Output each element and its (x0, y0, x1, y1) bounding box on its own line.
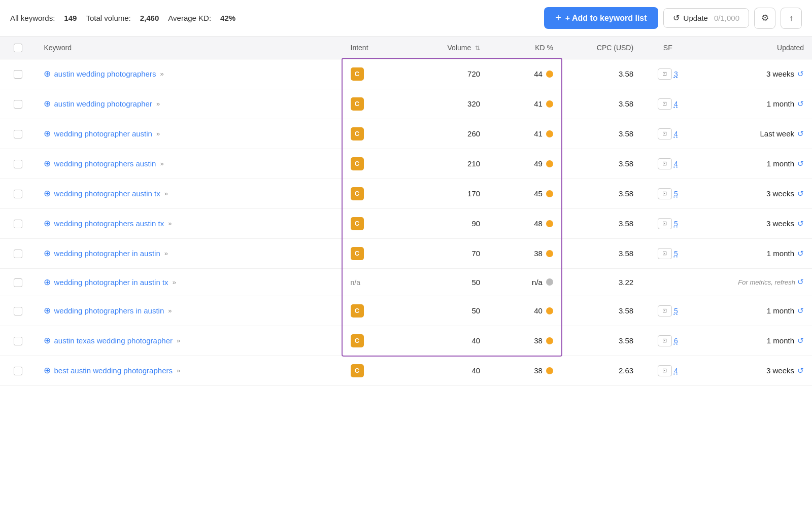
row-refresh-icon[interactable]: ↺ (797, 336, 804, 345)
volume-cell: 720 (401, 59, 489, 89)
kd-value: 40 (534, 306, 543, 315)
cpc-cell: 2.63 (561, 356, 641, 385)
intent-badge: C (351, 157, 364, 170)
sf-icon[interactable]: ⊡ (658, 188, 672, 199)
row-checkbox[interactable] (14, 190, 22, 198)
table-container: Keyword Intent Volume ⇅ KD % CPC (USD) (0, 37, 812, 386)
header-volume[interactable]: Volume ⇅ (401, 37, 489, 59)
sf-number[interactable]: 5 (674, 220, 678, 228)
row-refresh-icon[interactable]: ↺ (797, 129, 804, 138)
table-row: ⊕austin texas wedding photographer»C4038… (0, 326, 812, 356)
sf-number[interactable]: 3 (674, 70, 678, 78)
updated-cell: 1 month↺ (694, 296, 812, 326)
keyword-link[interactable]: best austin wedding photographers (54, 366, 173, 375)
keyword-link[interactable]: wedding photographers austin tx (54, 219, 164, 228)
chevrons-icon: » (168, 307, 172, 314)
keyword-link[interactable]: wedding photographers austin (54, 159, 156, 168)
sf-number[interactable]: 6 (674, 337, 678, 345)
row-refresh-icon[interactable]: ↺ (797, 189, 804, 198)
row-checkbox[interactable] (14, 160, 22, 168)
keyword-link[interactable]: austin texas wedding photographer (54, 336, 173, 345)
sf-number[interactable]: 4 (674, 160, 678, 168)
add-icon: + (555, 12, 561, 24)
header-keyword: Keyword (36, 37, 342, 59)
row-checkbox[interactable] (14, 100, 22, 109)
add-circle-icon[interactable]: ⊕ (44, 68, 51, 79)
sf-icon[interactable]: ⊡ (658, 128, 672, 139)
row-refresh-icon[interactable]: ↺ (797, 159, 804, 168)
select-all-checkbox[interactable] (14, 44, 22, 52)
row-refresh-icon[interactable]: ↺ (797, 69, 804, 78)
volume-cell: 170 (401, 179, 489, 208)
update-counter: 0/1,000 (714, 14, 739, 22)
sf-icon[interactable]: ⊡ (658, 98, 672, 110)
keyword-link[interactable]: austin wedding photographer (54, 99, 152, 108)
add-circle-icon[interactable]: ⊕ (44, 365, 51, 376)
kd-dot (546, 190, 553, 197)
row-checkbox[interactable] (14, 337, 22, 345)
row-checkbox-cell (0, 59, 36, 89)
add-circle-icon[interactable]: ⊕ (44, 248, 51, 259)
table-row: ⊕wedding photographer austin»C260413.58⊡… (0, 119, 812, 149)
keyword-link[interactable]: wedding photographers in austin (54, 306, 164, 315)
sf-icon[interactable]: ⊡ (658, 335, 672, 346)
add-circle-icon[interactable]: ⊕ (44, 218, 51, 229)
keyword-link[interactable]: wedding photographer in austin (54, 249, 160, 258)
row-checkbox[interactable] (14, 278, 22, 287)
cpc-cell: 3.58 (561, 149, 641, 179)
sf-cell (641, 268, 694, 296)
kd-cell: 40 (488, 296, 561, 326)
row-checkbox[interactable] (14, 367, 22, 375)
row-checkbox[interactable] (14, 307, 22, 315)
intent-cell: C (343, 179, 401, 208)
refresh-icon[interactable]: ↺ (797, 277, 804, 286)
sf-icon[interactable]: ⊡ (658, 158, 672, 169)
row-refresh-icon[interactable]: ↺ (797, 366, 804, 375)
row-checkbox[interactable] (14, 220, 22, 228)
sf-icon[interactable]: ⊡ (658, 218, 672, 229)
sf-number[interactable]: 5 (674, 190, 678, 198)
kd-value: 41 (534, 99, 543, 108)
add-circle-icon[interactable]: ⊕ (44, 188, 51, 199)
settings-button[interactable]: ⚙ (754, 8, 775, 29)
export-button[interactable]: ↑ (781, 8, 802, 29)
add-circle-icon[interactable]: ⊕ (44, 98, 51, 109)
add-circle-icon[interactable]: ⊕ (44, 158, 51, 169)
keyword-link[interactable]: austin wedding photographers (54, 69, 156, 78)
keyword-cell: ⊕austin texas wedding photographer» (36, 326, 342, 356)
row-refresh-icon[interactable]: ↺ (797, 219, 804, 228)
add-circle-icon[interactable]: ⊕ (44, 277, 51, 288)
table-wrap: Keyword Intent Volume ⇅ KD % CPC (USD) (0, 37, 812, 386)
sf-number[interactable]: 4 (674, 100, 678, 108)
update-button[interactable]: ↺ Update 0/1,000 (663, 8, 749, 28)
row-refresh-icon[interactable]: ↺ (797, 99, 804, 108)
sf-icon[interactable]: ⊡ (658, 68, 672, 80)
add-to-keyword-list-button[interactable]: + + Add to keyword list (544, 7, 658, 29)
sf-number[interactable]: 5 (674, 250, 678, 258)
add-circle-icon[interactable]: ⊕ (44, 305, 51, 316)
keyword-link[interactable]: wedding photographer in austin tx (54, 278, 168, 287)
sf-icon[interactable]: ⊡ (658, 248, 672, 259)
intent-cell: C (343, 326, 401, 356)
keyword-cell: ⊕wedding photographers austin tx» (36, 208, 342, 238)
sf-icon[interactable]: ⊡ (658, 305, 672, 316)
sf-number[interactable]: 4 (674, 367, 678, 375)
add-circle-icon[interactable]: ⊕ (44, 335, 51, 346)
kd-value: 49 (534, 159, 543, 168)
keyword-cell: ⊕austin wedding photographer» (36, 89, 342, 119)
intent-cell: C (343, 119, 401, 149)
row-checkbox[interactable] (14, 250, 22, 258)
row-refresh-icon[interactable]: ↺ (797, 249, 804, 258)
sf-number[interactable]: 5 (674, 307, 678, 315)
row-checkbox[interactable] (14, 130, 22, 138)
sf-icon[interactable]: ⊡ (658, 365, 672, 376)
keyword-link[interactable]: wedding photographer austin (54, 129, 152, 138)
row-refresh-icon[interactable]: ↺ (797, 306, 804, 315)
chevrons-icon: » (156, 100, 160, 108)
row-checkbox[interactable] (14, 70, 22, 79)
kd-cell: 41 (488, 119, 561, 149)
updated-text: 3 weeks (766, 189, 794, 198)
add-circle-icon[interactable]: ⊕ (44, 128, 51, 139)
sf-number[interactable]: 4 (674, 130, 678, 138)
keyword-link[interactable]: wedding photographer austin tx (54, 189, 160, 198)
